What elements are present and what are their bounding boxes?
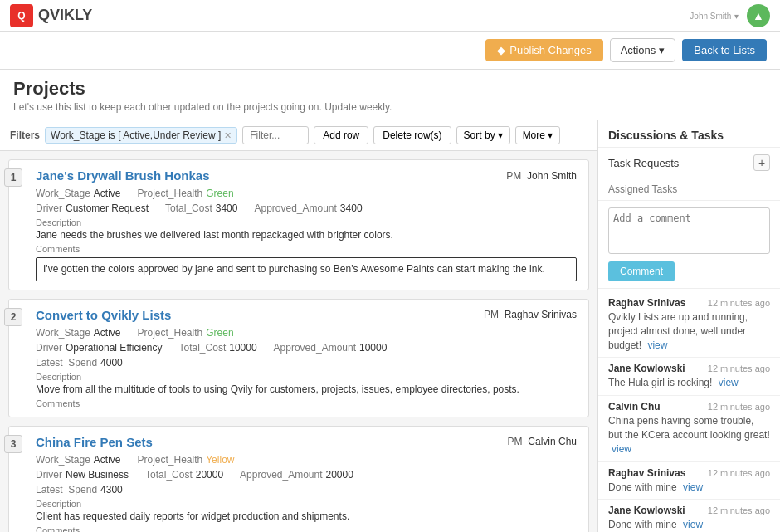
project-fields-row3: Latest_Spend 4300 — [36, 484, 577, 495]
discussion-view-link[interactable]: view — [647, 339, 667, 351]
add-task-button[interactable]: + — [753, 154, 770, 171]
main-content: Filters Work_Stage is [ Active,Under Rev… — [0, 120, 780, 532]
work-stage-val: Active — [94, 327, 121, 339]
header-right: John Smith ▾ ▲ — [690, 4, 770, 27]
latest-spend-field: Latest_Spend 4000 — [36, 357, 123, 368]
page-title: Projects — [13, 78, 767, 100]
total-cost-key: Total_Cost — [165, 203, 212, 214]
active-filter-tag: Work_Stage is [ Active,Under Review ] ✕ — [45, 127, 237, 144]
right-panel: Discussions & Tasks Task Requests + Assi… — [597, 120, 780, 532]
discussion-time: 12 minutes ago — [708, 298, 770, 308]
logo-text: QVIKLY — [38, 7, 92, 24]
driver-field: Driver Operational Efficiency — [36, 342, 163, 354]
discussion-body: Qvikly Lists are up and running, project… — [608, 310, 770, 352]
description-label: Description — [36, 372, 577, 382]
work-stage-val: Active — [94, 454, 121, 466]
sort-by-button[interactable]: Sort by ▾ — [456, 126, 510, 144]
total-cost-key: Total_Cost — [145, 469, 193, 481]
pm-name: John Smith — [527, 170, 577, 182]
publish-button[interactable]: ◆ Publish Changes — [485, 39, 602, 61]
discussion-view-link[interactable]: view — [719, 377, 739, 388]
approved-amount-key: Approved_Amount — [274, 342, 356, 354]
actions-button[interactable]: Actions ▾ — [610, 38, 676, 62]
work-stage-key: Work_Stage — [36, 188, 90, 199]
pm-name: Raghav Srinivas — [505, 309, 577, 320]
filter-input[interactable] — [242, 126, 309, 144]
back-label: Back to Lists — [694, 44, 755, 56]
project-health-key: Project_Health — [138, 188, 203, 199]
approved-amount-field: Approved_Amount 10000 — [274, 342, 388, 354]
latest-spend-key: Latest_Spend — [36, 357, 97, 368]
delete-rows-button[interactable]: Delete row(s) — [373, 126, 451, 144]
user-name: John Smith — [690, 12, 731, 21]
user-caret: ▾ — [734, 12, 739, 21]
project-card: 3 China Fire Pen Sets PM Calvin Chu Work… — [8, 426, 589, 532]
latest-spend-val: 4300 — [100, 484, 123, 495]
more-button[interactable]: More ▾ — [515, 126, 560, 144]
page: Projects Let's use this list to keep eac… — [0, 70, 780, 532]
total-cost-field: Total_Cost 3400 — [165, 203, 237, 214]
project-title[interactable]: Convert to Qvikly Lists — [36, 308, 171, 322]
approved-amount-val: 10000 — [359, 342, 387, 354]
project-fields-row2: Driver Customer Request Total_Cost 3400 … — [36, 203, 577, 214]
total-cost-val: 3400 — [216, 203, 238, 214]
discussion-meta: Raghav Srinivas 12 minutes ago — [608, 297, 770, 309]
upload-icon[interactable]: ▲ — [747, 4, 770, 27]
project-pm: PM Calvin Chu — [508, 436, 577, 447]
discussion-view-link[interactable]: view — [612, 443, 631, 455]
total-cost-val: 20000 — [196, 469, 223, 481]
work-stage-key: Work_Stage — [36, 327, 90, 339]
project-title[interactable]: China Fire Pen Sets — [36, 435, 153, 449]
discussion-time: 12 minutes ago — [708, 364, 770, 373]
comments-label: Comments — [36, 398, 577, 408]
project-header: China Fire Pen Sets PM Calvin Chu — [36, 435, 577, 449]
total-cost-key: Total_Cost — [179, 342, 227, 354]
remove-filter-icon[interactable]: ✕ — [224, 130, 232, 141]
total-cost-field: Total_Cost 10000 — [179, 342, 257, 354]
discussions-tasks-title: Discussions & Tasks — [598, 120, 780, 148]
discussion-view-link[interactable]: view — [683, 519, 703, 530]
app-header: Q QVIKLY John Smith ▾ ▲ — [0, 0, 780, 32]
back-to-lists-button[interactable]: Back to Lists — [682, 39, 767, 61]
discussion-meta: Calvin Chu 12 minutes ago — [608, 401, 770, 412]
left-panel: Filters Work_Stage is [ Active,Under Rev… — [0, 120, 597, 532]
page-subtitle: Let's use this list to keep each other u… — [13, 101, 767, 113]
user-menu[interactable]: John Smith ▾ — [690, 9, 739, 22]
project-number: 1 — [4, 168, 22, 187]
total-cost-field: Total_Cost 20000 — [145, 469, 223, 481]
driver-field: Driver Customer Request — [36, 203, 149, 214]
project-number: 3 — [4, 435, 22, 453]
project-card: 2 Convert to Qvikly Lists PM Raghav Srin… — [8, 299, 589, 417]
driver-val: Operational Efficiency — [66, 342, 163, 354]
discussion-item: Jane Kowlowski 12 minutes ago Done with … — [598, 500, 780, 532]
driver-key: Driver — [36, 203, 62, 214]
discussion-time: 12 minutes ago — [708, 468, 770, 478]
project-title[interactable]: Jane's Drywall Brush Honkas — [36, 168, 209, 183]
work-stage-val: Active — [94, 188, 121, 199]
discussion-text: The Hula girl is rocking! — [608, 377, 712, 388]
driver-key: Driver — [36, 469, 62, 481]
project-pm: PM Raghav Srinivas — [484, 309, 577, 320]
publish-label: Publish Changes — [509, 44, 591, 56]
add-row-button[interactable]: Add row — [314, 126, 368, 144]
discussion-body: Done with mine view — [608, 481, 770, 495]
driver-field: Driver New Business — [36, 469, 129, 481]
project-pm: PM John Smith — [506, 170, 577, 182]
comment-button[interactable]: Comment — [608, 261, 675, 281]
more-label: More — [523, 129, 545, 141]
approved-amount-field: Approved_Amount 20000 — [240, 469, 353, 481]
description-val: Move from all the multitude of tools to … — [36, 383, 577, 395]
sort-caret-icon: ▾ — [498, 129, 503, 141]
pm-name: Calvin Chu — [528, 436, 577, 447]
approved-amount-field: Approved_Amount 3400 — [254, 203, 362, 214]
approved-amount-val: 3400 — [340, 203, 363, 214]
comment-area: Comment — [598, 201, 780, 289]
comments-label: Comments — [36, 525, 577, 532]
comment-textarea[interactable] — [608, 207, 770, 254]
discussion-meta: Jane Kowlowski 12 minutes ago — [608, 505, 770, 516]
discussion-view-link[interactable]: view — [683, 481, 703, 493]
discussion-author: Jane Kowlowski — [608, 363, 685, 374]
project-list: 1 Jane's Drywall Brush Honkas PM John Sm… — [0, 151, 597, 532]
pm-label: PM — [508, 436, 525, 447]
logo-icon: Q — [10, 4, 33, 27]
